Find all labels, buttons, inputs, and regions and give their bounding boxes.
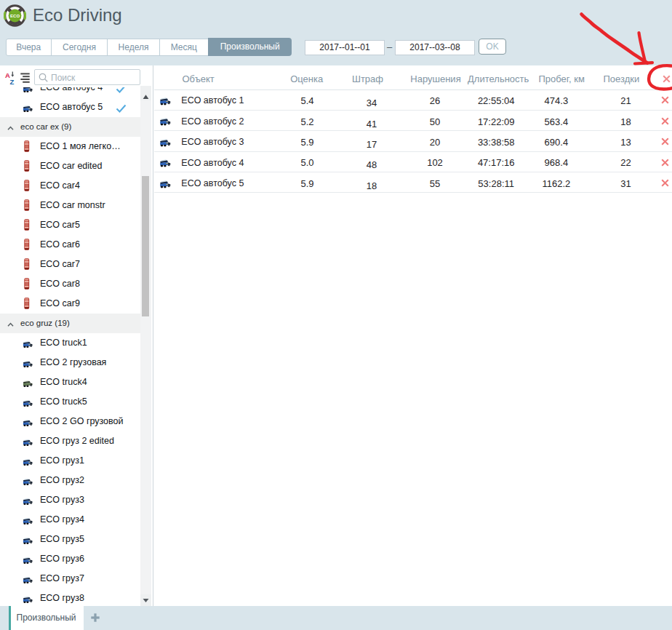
- svg-text:Z: Z: [10, 78, 15, 86]
- svg-text:ECO: ECO: [10, 14, 20, 18]
